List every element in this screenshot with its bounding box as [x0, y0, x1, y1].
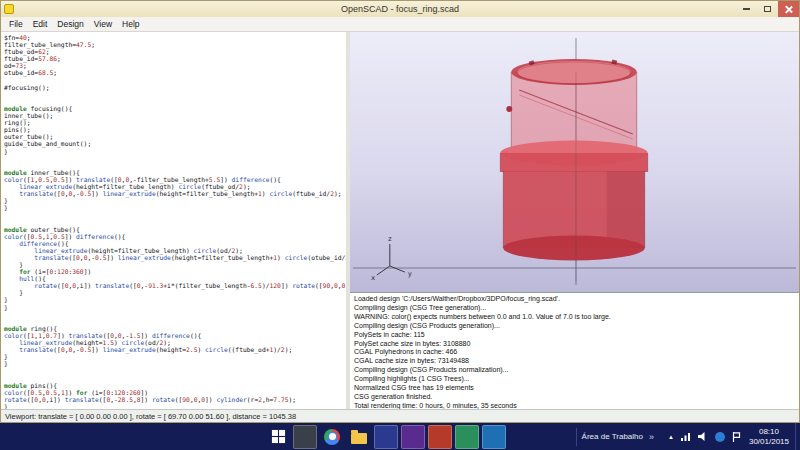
titlebar[interactable]: OpenSCAD - focus_ring.scad: [1, 1, 799, 17]
start-button[interactable]: [266, 425, 290, 449]
taskbar: Área de Trabalho » ▲ 08:10 30/01/2015: [0, 423, 800, 450]
menu-edit[interactable]: Edit: [28, 18, 53, 30]
code-line: }: [4, 204, 346, 211]
code-line: [4, 91, 346, 98]
code-line: color([1,1,0.7]) translate([0,0,-1.5]) d…: [4, 332, 346, 339]
openscad-logo-icon: [4, 4, 14, 14]
taskbar-apps: [266, 425, 506, 449]
menu-help[interactable]: Help: [117, 18, 144, 30]
console-line: WARNING: color() expects numbers between…: [354, 313, 799, 322]
code-line: outer_tube();: [4, 133, 346, 140]
maximize-button[interactable]: [757, 1, 778, 17]
code-line: translate([0,0,-0.5]) linear_extrude(hei…: [4, 346, 346, 353]
code-line: module pins(){: [4, 382, 346, 389]
desktop-toolbar[interactable]: Área de Trabalho »: [582, 432, 654, 442]
code-line: difference(){: [4, 240, 346, 247]
console-line: CGAL cache size in bytes: 73149488: [354, 357, 799, 366]
console-line: Loaded design 'C:/Users/Walther/Dropbox/…: [354, 295, 799, 304]
console-line: CSG generation finished.: [354, 393, 799, 402]
menu-file[interactable]: File: [4, 18, 28, 30]
action-center-flag-icon[interactable]: [732, 432, 741, 442]
file-explorer-icon[interactable]: [347, 425, 371, 449]
right-pane: z x y Loaded design 'C:/Users/Walther/Dr…: [350, 32, 799, 409]
code-line: }: [4, 289, 346, 296]
code-line: ring();: [4, 119, 346, 126]
code-line: color([0.5,1,0.5]) difference(){: [4, 233, 346, 240]
code-line: guide_tube_and_mount();: [4, 140, 346, 147]
app-icon-2[interactable]: [374, 425, 398, 449]
code-line: }: [4, 148, 346, 155]
console-line: Compiling design (CSG Tree generation)..…: [354, 304, 799, 313]
code-line: hull(){: [4, 275, 346, 282]
main-split: $fn=40;filter_tube_length=47.5;ftube_od=…: [1, 32, 799, 409]
close-icon: [785, 5, 793, 13]
code-line: }: [4, 197, 346, 204]
code-line: inner_tube();: [4, 112, 346, 119]
code-line: }: [4, 360, 346, 367]
clock-date: 30/01/2015: [749, 437, 789, 447]
code-line: module focusing(){: [4, 105, 346, 112]
close-button[interactable]: [778, 1, 799, 17]
guide-pin: [506, 106, 512, 112]
system-tray: ▲: [668, 432, 741, 442]
code-line: [4, 218, 346, 225]
console-lines: Loaded design 'C:/Users/Walther/Dropbox/…: [354, 295, 799, 409]
menu-view[interactable]: View: [89, 18, 117, 30]
z-axis-label: z: [388, 235, 392, 243]
code-line: [4, 311, 346, 318]
app-icon-3[interactable]: [401, 425, 425, 449]
console-line: Compiling design (CSG Products normaliza…: [354, 366, 799, 375]
code-line: #focusing();: [4, 84, 346, 91]
code-line: pins();: [4, 126, 346, 133]
code-line: module inner_tube(){: [4, 169, 346, 176]
code-line: color([0.5,0.5,1]) for (i=[0:120:260]): [4, 389, 346, 396]
desktop-toolbar-label: Área de Trabalho: [582, 432, 643, 441]
menu-design[interactable]: Design: [52, 18, 88, 30]
code-lines: $fn=40;filter_tube_length=47.5;ftube_od=…: [4, 34, 346, 409]
code-line: linear_extrude(height=filter_tube_length…: [4, 247, 346, 254]
x-axis-label: x: [371, 274, 375, 282]
code-line: module ring(){: [4, 325, 346, 332]
openscad-window: OpenSCAD - focus_ring.scad FileEditDesig…: [0, 0, 800, 423]
console-line: CGAL Polyhedrons in cache: 466: [354, 348, 799, 357]
code-line: [4, 318, 346, 325]
taskbar-clock[interactable]: 08:10 30/01/2015: [749, 427, 789, 447]
code-line: linear_extrude(height=filter_tube_length…: [4, 183, 346, 190]
code-line: module outer_tube(){: [4, 226, 346, 233]
code-line: [4, 375, 346, 382]
3d-viewport[interactable]: z x y: [350, 32, 799, 292]
desktop-screen: OpenSCAD - focus_ring.scad FileEditDesig…: [0, 0, 800, 450]
console-line: PolySet cache size in bytes: 3108880: [354, 340, 799, 349]
code-editor[interactable]: $fn=40;filter_tube_length=47.5;ftube_od=…: [1, 32, 350, 409]
focus-ring-model[interactable]: [500, 59, 647, 282]
code-line: $fn=40;: [4, 34, 346, 41]
hidden-icons-chevron-icon[interactable]: ▲: [668, 434, 674, 440]
minimize-icon: [743, 8, 750, 10]
app-icon-6[interactable]: [482, 425, 506, 449]
code-line: [4, 367, 346, 374]
minimize-button[interactable]: [736, 1, 757, 17]
toolbar-expand-chevron-icon[interactable]: »: [649, 432, 654, 442]
clock-time: 08:10: [749, 427, 789, 437]
menubar: FileEditDesignViewHelp: [1, 17, 799, 32]
code-line: translate([0,0,-0.5]) linear_extrude(hei…: [4, 190, 346, 197]
y-axis-label: y: [408, 270, 412, 278]
status-bar: Viewport: translate = [ 0.00 0.00 0.00 ]…: [1, 409, 799, 422]
code-line: }: [4, 296, 346, 303]
app-icon-5[interactable]: [455, 425, 479, 449]
toolbar-divider: [576, 428, 577, 446]
3d-canvas[interactable]: z x y: [350, 32, 799, 292]
console-output[interactable]: Loaded design 'C:/Users/Walther/Dropbox/…: [350, 292, 799, 409]
tray-app-blue-icon[interactable]: [715, 432, 725, 442]
chrome-icon[interactable]: [320, 425, 344, 449]
app-icon-4[interactable]: [428, 425, 452, 449]
code-line: for (i=[0:120:360]): [4, 268, 346, 275]
code-line: linear_extrude(height=1.5) circle(od/2);: [4, 339, 346, 346]
app-icon-1[interactable]: [293, 425, 317, 449]
code-line: translate([0,0,-0.5]) linear_extrude(hei…: [4, 254, 346, 261]
code-line: ftube_id=57.86;: [4, 55, 346, 62]
show-desktop-button[interactable]: [795, 423, 800, 450]
network-icon[interactable]: [681, 432, 691, 441]
volume-icon[interactable]: [698, 432, 708, 441]
code-line: od=73;: [4, 62, 346, 69]
